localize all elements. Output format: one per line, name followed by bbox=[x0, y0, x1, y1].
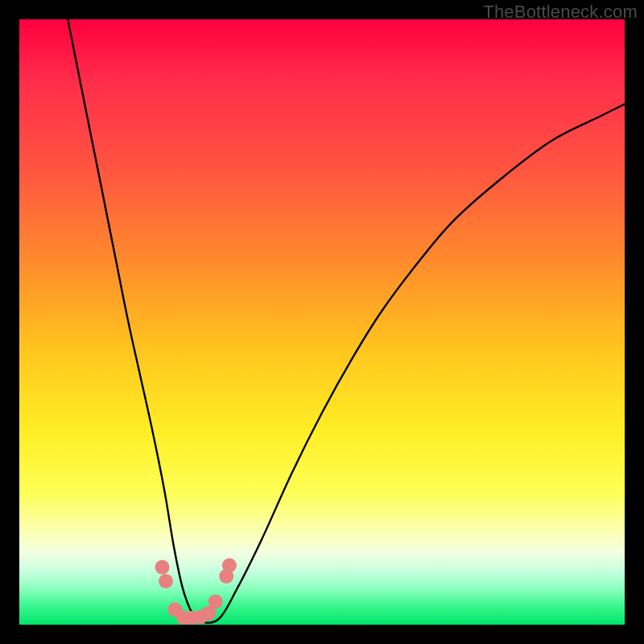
watermark-text: TheBottleneck.com bbox=[483, 2, 638, 23]
chart-frame bbox=[19, 19, 625, 625]
marker-dot bbox=[222, 558, 237, 572]
marker-dot bbox=[155, 560, 170, 575]
marker-dot bbox=[208, 594, 223, 609]
curve-line bbox=[68, 19, 625, 623]
chart-svg bbox=[19, 19, 625, 625]
marker-group bbox=[155, 558, 237, 625]
marker-dot bbox=[159, 574, 173, 588]
